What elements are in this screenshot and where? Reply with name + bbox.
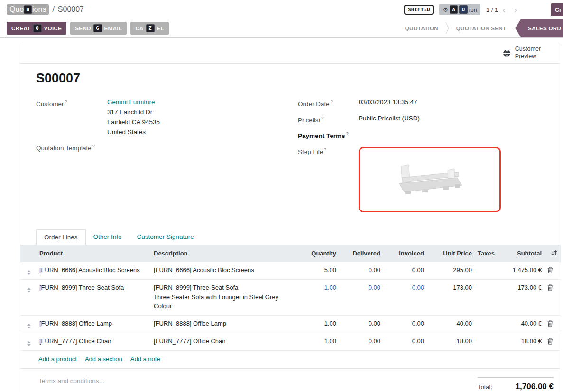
customer-link[interactable]: Gemini Furniture: [107, 99, 155, 106]
drag-handle-icon[interactable]: [27, 322, 31, 328]
cell-subtotal: 173.00 €: [495, 279, 545, 315]
cell-unit-price: 295.00: [427, 262, 475, 279]
send-email-button[interactable]: SEND G EMAIL: [70, 22, 127, 35]
summary-section: Terms and conditions... Total: 1,706.00 …: [36, 369, 554, 392]
customer-address-line: Fairfield CA 94535: [107, 117, 160, 127]
control-bar: CREAT Q VOICE SEND G EMAIL CA Z EL QUOTA…: [0, 19, 563, 38]
header-quantity: Quantity: [295, 245, 339, 262]
cell-taxes: [475, 279, 495, 315]
status-bar: QUOTATION QUOTATION SENT SALES ORD: [398, 19, 563, 37]
cell-delivered: 0.00: [339, 279, 383, 315]
pricelist-value[interactable]: Public Pricelist (USD): [359, 113, 420, 125]
cell-unit-price: 40.00: [427, 315, 475, 333]
trash-icon[interactable]: [547, 337, 553, 346]
cell-quantity: 5.00: [295, 262, 339, 279]
pager-prev-icon[interactable]: ‹: [498, 5, 509, 14]
table-row[interactable]: [FURN_7777] Office Chair [FURN_7777] Off…: [20, 333, 561, 350]
field-quotation-template: Quotation Template?: [36, 141, 298, 153]
help-icon: ?: [65, 100, 67, 104]
add-note-link[interactable]: Add a note: [130, 356, 160, 363]
step-file-label: Step File?: [298, 145, 359, 212]
header-handle: [20, 245, 37, 262]
order-date-value[interactable]: 03/03/2023 13:35:47: [359, 97, 417, 109]
page-title: S00007: [36, 71, 544, 86]
tab-other-info[interactable]: Other Info: [86, 229, 129, 245]
form-sheet: Customer Preview S00007 Customer? Gemini…: [20, 43, 560, 392]
stage-separator: [445, 19, 449, 37]
table-row[interactable]: [FURN_8888] Office Lamp [FURN_8888] Offi…: [20, 315, 561, 333]
cell-taxes: [475, 315, 495, 333]
cell-delivered: 0.00: [339, 262, 383, 279]
help-icon: ?: [92, 144, 95, 148]
hint-badge-u: U: [459, 5, 467, 14]
cell-product: [FURN_7777] Office Chair: [37, 333, 151, 350]
cell-product: [FURN_8888] Office Lamp: [37, 315, 151, 333]
stage-quotation[interactable]: QUOTATION: [398, 19, 445, 37]
table-footer-links: Add a product Add a section Add a note: [20, 350, 560, 369]
topbar-right: SHIFT+U ⚙ A U ion 1 / 1 ‹ ›: [404, 4, 563, 15]
cancel-button[interactable]: CA Z EL: [130, 22, 169, 35]
add-product-link[interactable]: Add a product: [38, 356, 77, 363]
field-pricelist: Pricelist? Public Pricelist (USD): [298, 113, 544, 125]
stage-sales-order[interactable]: SALES ORD: [515, 19, 563, 37]
create-invoice-button[interactable]: CREAT Q VOICE: [7, 22, 66, 35]
pager-next-icon[interactable]: ›: [510, 5, 521, 14]
send-email-label-after: EMAIL: [104, 26, 122, 31]
cell-quantity: 1.00: [295, 279, 339, 315]
action-menu-label: ion: [469, 6, 477, 13]
cancel-label-after: EL: [157, 26, 165, 31]
field-area: Customer? Gemini Furniture 317 Fairchild…: [36, 97, 544, 217]
cell-invoiced: 0.00: [383, 333, 427, 350]
quotation-template-label: Quotation Template?: [36, 141, 107, 153]
header-subtotal: Subtotal: [495, 245, 545, 262]
table-row[interactable]: [FURN_8999] Three-Seat Sofa [FURN_8999] …: [20, 279, 561, 315]
clipped-create-button[interactable]: Cr: [551, 3, 563, 16]
header-taxes: Taxes: [475, 245, 495, 262]
tab-order-lines[interactable]: Order Lines: [36, 229, 86, 245]
step-file-image[interactable]: [359, 147, 501, 212]
breadcrumb-quotations[interactable]: Quotations B: [7, 4, 49, 15]
cancel-label-before: CA: [135, 26, 143, 31]
customer-preview-label: Customer Preview: [515, 46, 541, 60]
optional-columns-icon[interactable]: [551, 250, 558, 256]
drag-handle-icon[interactable]: [27, 286, 31, 292]
top-bar: Quotations B / S00007 SHIFT+U ⚙ A U ion …: [0, 0, 563, 19]
add-section-link[interactable]: Add a section: [85, 356, 122, 363]
shortcut-keycap: SHIFT+U: [404, 5, 434, 15]
table-header-row: Product Description Quantity Delivered I…: [20, 245, 561, 262]
tab-customer-signature[interactable]: Customer Signature: [129, 229, 202, 245]
total-block: Total: 1,706.00 €: [478, 377, 554, 392]
action-buttons: CREAT Q VOICE SEND G EMAIL CA Z EL: [7, 19, 169, 37]
hint-badge-g: G: [93, 24, 102, 33]
help-icon: ?: [321, 116, 323, 120]
breadcrumb-separator: /: [52, 5, 54, 14]
cell-invoiced: 0.00: [383, 279, 427, 315]
pager: 1 / 1 ‹ ›: [486, 5, 521, 14]
cell-invoiced: 0.00: [383, 262, 427, 279]
drag-handle-icon[interactable]: [27, 340, 31, 346]
cell-delivered: 0.00: [339, 315, 383, 333]
stage-quotation-sent[interactable]: QUOTATION SENT: [449, 19, 513, 37]
payment-terms-label: Payment Terms?: [298, 129, 359, 141]
cell-product: [FURN_6666] Acoustic Bloc Screens: [37, 262, 151, 279]
drag-handle-icon[interactable]: [27, 269, 31, 275]
breadcrumb-record: S00007: [58, 5, 84, 14]
trash-icon[interactable]: [547, 266, 553, 275]
cell-subtotal: 1,475.00 €: [495, 262, 545, 279]
cell-unit-price: 173.00: [427, 279, 475, 315]
trash-icon[interactable]: [547, 320, 553, 328]
gear-icon: ⚙: [443, 6, 448, 13]
customer-preview-button[interactable]: Customer Preview: [503, 46, 541, 60]
breadcrumb: Quotations B / S00007: [7, 4, 84, 15]
cell-description: [FURN_6666] Acoustic Bloc Screens: [151, 262, 295, 279]
hint-badge-q: Q: [33, 24, 42, 33]
create-invoice-label-before: CREAT: [11, 26, 31, 31]
action-menu-button[interactable]: ⚙ A U ion: [439, 4, 480, 15]
hint-badge-z: Z: [146, 24, 155, 33]
trash-icon[interactable]: [547, 284, 553, 292]
terms-placeholder[interactable]: Terms and conditions...: [38, 377, 104, 384]
table-row[interactable]: [FURN_6666] Acoustic Bloc Screens [FURN_…: [20, 262, 561, 279]
pager-value[interactable]: 1 / 1: [486, 6, 498, 13]
hint-badge-b: B: [24, 5, 32, 14]
cell-taxes: [475, 333, 495, 350]
